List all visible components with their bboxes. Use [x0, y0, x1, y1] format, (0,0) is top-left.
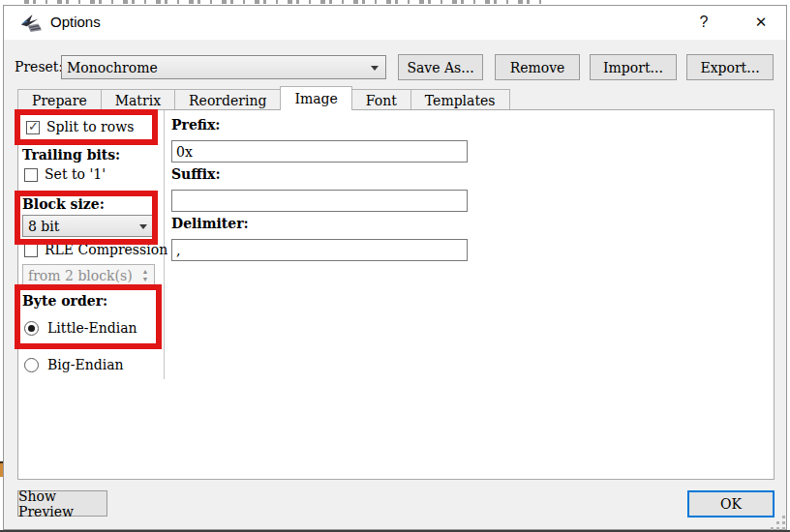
close-icon[interactable]: ✕: [738, 6, 784, 39]
split-to-rows-label: Split to rows: [46, 119, 134, 134]
preset-combobox[interactable]: Monochrome: [61, 55, 386, 79]
window-title: Options: [50, 14, 101, 30]
block-size-value: 8 bit: [28, 219, 59, 234]
block-size-label: Block size:: [22, 196, 105, 212]
tab-matrix[interactable]: Matrix: [101, 89, 175, 110]
ok-button[interactable]: OK: [687, 490, 775, 517]
set-to-1-label: Set to '1': [45, 166, 106, 182]
trailing-bits-label: Trailing bits:: [22, 147, 120, 163]
rle-blocks-value: from 2 block(s): [28, 268, 133, 283]
title-bar[interactable]: Options ? ✕: [4, 6, 786, 40]
delimiter-input[interactable]: [171, 239, 468, 261]
spinner-arrows-icon[interactable]: ▲▼: [138, 266, 152, 284]
preset-label: Preset:: [15, 59, 63, 74]
suffix-label: Suffix:: [171, 166, 221, 182]
tab-prepare[interactable]: Prepare: [17, 89, 102, 110]
split-to-rows-checkbox[interactable]: [26, 121, 40, 134]
block-size-combobox[interactable]: 8 bit: [22, 215, 155, 237]
tab-templates[interactable]: Templates: [410, 89, 510, 110]
prefix-input[interactable]: [171, 140, 468, 163]
little-endian-radio[interactable]: [24, 321, 39, 336]
import-button[interactable]: Import...: [590, 54, 677, 80]
big-endian-radio[interactable]: [24, 358, 39, 372]
tab-image[interactable]: Image: [280, 86, 351, 110]
show-preview-button[interactable]: Show Preview: [17, 490, 107, 517]
preset-value: Monochrome: [67, 60, 158, 75]
export-button[interactable]: Export...: [686, 54, 774, 80]
rle-compression-checkbox[interactable]: [24, 244, 38, 257]
rle-compression-label: RLE Compression: [45, 242, 167, 257]
byte-order-label: Byte order:: [22, 293, 107, 309]
resize-grip[interactable]: [771, 516, 787, 532]
big-endian-label: Big-Endian: [47, 357, 124, 372]
tab-bar: Prepare Matrix Reordering Image Font Tem…: [17, 87, 509, 110]
app-swallow-icon: [20, 12, 43, 34]
remove-button[interactable]: Remove: [495, 54, 580, 80]
suffix-input[interactable]: [171, 190, 468, 212]
little-endian-label: Little-Endian: [47, 320, 137, 336]
tab-font[interactable]: Font: [351, 89, 411, 110]
save-as-button[interactable]: Save As...: [398, 54, 483, 80]
image-tab-pane: [17, 109, 775, 480]
background-clipped-text: [24, 0, 547, 4]
tab-reordering[interactable]: Reordering: [174, 89, 281, 110]
options-dialog: Options ? ✕ Preset: Monochrome Save As..…: [3, 5, 787, 530]
chevron-down-icon: [139, 224, 147, 229]
set-to-1-checkbox[interactable]: [24, 168, 38, 182]
delimiter-label: Delimiter:: [171, 216, 249, 231]
rle-blocks-spinbox[interactable]: from 2 block(s) ▲▼: [22, 264, 155, 286]
prefix-label: Prefix:: [171, 117, 221, 133]
help-button[interactable]: ?: [682, 6, 726, 39]
chevron-down-icon: [371, 66, 379, 71]
